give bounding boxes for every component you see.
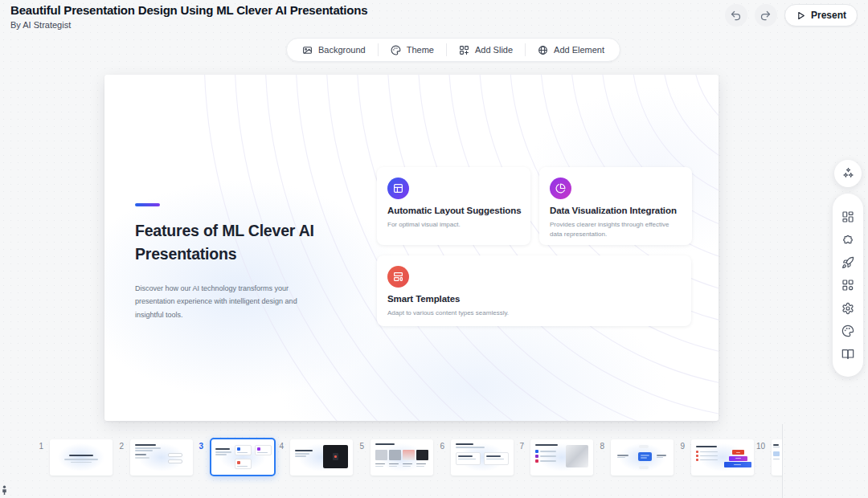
filmstrip-unit: 5 — [353, 439, 433, 476]
filmstrip-unit: 4 — [272, 439, 353, 476]
puzzle-icon — [841, 233, 854, 246]
add-element-label: Add Element — [554, 45, 604, 55]
card-title: Automatic Layout Suggestions — [387, 206, 520, 215]
feature-card-smart-templates[interactable]: Smart Templates Adapt to various content… — [377, 255, 691, 326]
dashboard-tool-button[interactable] — [841, 210, 854, 223]
slide-heading[interactable]: Features of ML Clever AI Presentations — [135, 219, 350, 267]
filmstrip-unit: 1 — [32, 439, 113, 476]
right-toolbar — [833, 194, 863, 377]
filmstrip-unit: 9 — [674, 439, 754, 476]
grid-tool-button[interactable] — [841, 279, 854, 292]
slide-number: 9 — [674, 442, 685, 451]
slide-thumbnail-7[interactable] — [530, 439, 593, 476]
slide-number: 5 — [353, 442, 364, 451]
settings-icon — [841, 302, 854, 315]
filmstrip-unit: 8 — [593, 439, 674, 476]
corner-person-glyph — [1, 485, 8, 495]
slide-number: 6 — [433, 442, 444, 451]
rocket-icon — [841, 256, 854, 269]
slide-canvas[interactable]: Features of ML Clever AI Presentations D… — [104, 75, 719, 421]
theme-tool-button[interactable] — [841, 325, 854, 337]
slide-thumbnail-6[interactable] — [451, 439, 514, 476]
card-title: Data Visualization Integration — [550, 206, 682, 215]
add-element-icon — [538, 45, 548, 55]
undo-button[interactable] — [725, 4, 747, 27]
slide-number: 3 — [192, 442, 203, 451]
plugins-tool-button[interactable] — [841, 233, 854, 246]
slide-thumbnail-9[interactable] — [691, 439, 754, 476]
header-actions: Present — [725, 4, 858, 27]
slide-filmstrip: 1 2 3 — [0, 424, 782, 498]
settings-tool-button[interactable] — [841, 302, 854, 315]
present-button[interactable]: Present — [784, 4, 858, 27]
add-element-button[interactable]: Add Element — [526, 39, 616, 61]
card-description: For optimal visual impact. — [387, 220, 520, 230]
slide-thumbnail-3[interactable] — [210, 438, 276, 476]
filmstrip-divider — [782, 424, 783, 498]
accent-line — [135, 203, 160, 206]
byline: By AI Strategist — [10, 20, 367, 30]
pie-chart-icon — [550, 178, 571, 199]
palette-icon — [841, 325, 854, 337]
slide-number: 2 — [113, 442, 124, 451]
play-icon — [796, 10, 806, 21]
book-icon — [841, 348, 854, 361]
add-slide-label: Add Slide — [475, 45, 513, 55]
dashboard-icon — [841, 210, 854, 223]
layout-icon — [387, 178, 409, 199]
slide-number: 7 — [513, 442, 524, 451]
add-slide-button[interactable]: Add Slide — [447, 39, 525, 61]
ai-magic-button[interactable] — [834, 160, 862, 187]
redo-icon — [760, 10, 772, 22]
sparkles-icon — [841, 167, 855, 181]
feature-card-automatic-layout[interactable]: Automatic Layout Suggestions For optimal… — [377, 167, 530, 245]
slide-thumbnail-4[interactable] — [290, 439, 353, 476]
slide-description[interactable]: Discover how our AI technology transform… — [135, 282, 301, 322]
theme-button[interactable]: Theme — [379, 39, 446, 61]
slide-number: 10 — [754, 442, 765, 451]
slide-thumbnail-8[interactable] — [611, 439, 674, 476]
background-label: Background — [318, 45, 366, 55]
card-description: Provides clearer insights through effect… — [550, 220, 682, 239]
editor-toolbar: Background Theme Add Slide Add Element — [286, 38, 620, 62]
feature-card-data-visualization[interactable]: Data Visualization Integration Provides … — [539, 167, 692, 245]
image-icon — [302, 45, 313, 55]
filmstrip-unit: 7 — [513, 439, 593, 476]
page-title: Beautiful Presentation Design Using ML C… — [10, 3, 367, 17]
template-icon — [387, 266, 409, 288]
palette-icon — [391, 45, 401, 55]
filmstrip-unit: 2 — [113, 439, 193, 476]
filmstrip-unit-selected: 3 — [192, 439, 276, 476]
filmstrip-unit: 10 — [754, 439, 782, 476]
add-slide-icon — [459, 45, 469, 55]
slide-thumbnail-10[interactable] — [772, 439, 782, 476]
undo-icon — [730, 10, 742, 22]
slide-number: 1 — [32, 442, 43, 451]
slide-text-block: Features of ML Clever AI Presentations D… — [135, 203, 350, 321]
slide-thumbnail-1[interactable] — [50, 439, 113, 476]
slide-thumbnail-5[interactable] — [371, 439, 433, 476]
launch-tool-button[interactable] — [841, 256, 854, 269]
grid-icon — [841, 279, 854, 292]
filmstrip-unit: 6 — [433, 439, 514, 476]
document-info: Beautiful Presentation Design Using ML C… — [10, 3, 367, 30]
library-tool-button[interactable] — [841, 348, 854, 361]
theme-label: Theme — [407, 45, 434, 55]
card-title: Smart Templates — [387, 294, 681, 304]
present-label: Present — [811, 10, 846, 21]
redo-button[interactable] — [755, 4, 777, 27]
card-description: Adapt to various content types seamlessl… — [387, 308, 681, 318]
background-button[interactable]: Background — [290, 39, 378, 61]
slide-number: 4 — [272, 442, 284, 451]
slide-number: 8 — [593, 442, 604, 451]
slide-thumbnail-2[interactable] — [130, 439, 193, 476]
